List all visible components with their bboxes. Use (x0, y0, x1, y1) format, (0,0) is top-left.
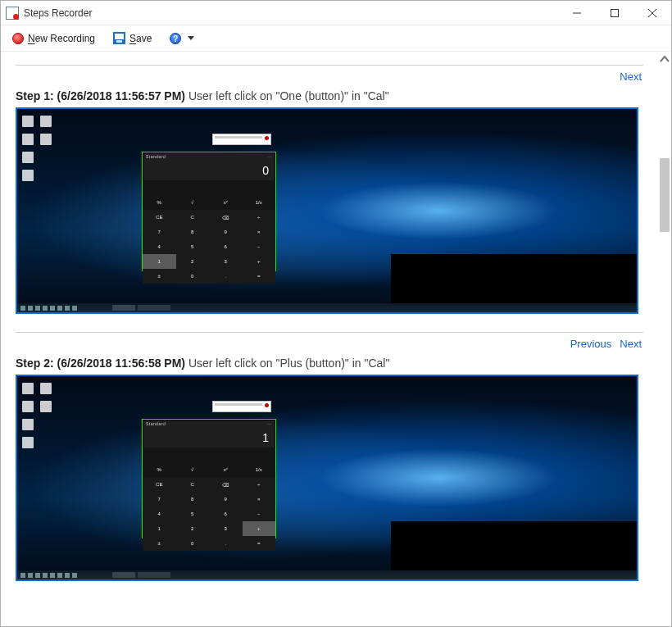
desktop-icon (22, 401, 34, 412)
calc-key: 7 (143, 492, 176, 507)
calc-key: 6 (209, 239, 243, 254)
new-recording-label: New Recording (28, 33, 95, 44)
calc-key: − (243, 507, 276, 521)
calc-key: 4 (143, 239, 176, 254)
screenshot-recorder-widget (212, 134, 271, 145)
close-button[interactable] (633, 1, 671, 25)
titlebar: Steps Recorder (1, 1, 671, 25)
calc-key: ± (143, 269, 176, 284)
calc-key: x² (209, 462, 243, 477)
calc-header: Standard ··· (143, 152, 275, 161)
calc-key: ÷ (243, 477, 276, 492)
calc-key (176, 180, 210, 195)
calc-key: ± (143, 536, 176, 551)
app-window: Steps Recorder New Recording Save ? (0, 0, 672, 627)
calc-key: 1/x (243, 195, 276, 210)
window-title: Steps Recorder (24, 7, 558, 19)
record-icon (12, 33, 24, 44)
desktop-icon (40, 134, 52, 145)
previous-link[interactable]: Previous (570, 338, 612, 350)
calc-keypad: %√x²1/xCEC⌫÷789×456−123+±0.= (143, 180, 275, 284)
calc-mode: Standard (146, 154, 166, 159)
calc-key: . (209, 269, 243, 284)
calc-key: 5 (176, 239, 210, 254)
help-dropdown[interactable]: ? (166, 31, 198, 46)
window-buttons (558, 1, 671, 25)
calc-key: 2 (176, 254, 210, 269)
save-icon (113, 32, 125, 44)
calc-key: ⌫ (209, 477, 243, 492)
calc-key: 1 (143, 254, 176, 269)
calc-header: Standard ··· (143, 420, 275, 428)
document-viewport[interactable]: Next Step 1: (6/26/2018 11:56:57 PM) Use… (1, 52, 658, 626)
desktop-icon (22, 419, 34, 430)
step-heading: Step 2: (6/26/2018 11:56:58 PM) User lef… (16, 357, 643, 370)
calc-key: 3 (209, 254, 243, 269)
app-icon (6, 7, 19, 20)
calc-key: 8 (176, 492, 210, 507)
screenshot-taskbar (17, 570, 637, 579)
calc-mode: Standard (146, 421, 166, 426)
close-icon (648, 9, 656, 17)
calc-display: 0 (143, 161, 275, 180)
desktop-icon (40, 401, 52, 412)
next-link[interactable]: Next (620, 338, 642, 350)
calc-key: = (243, 269, 276, 284)
calc-key: × (243, 225, 276, 239)
calc-key: 9 (209, 225, 243, 239)
screenshot-recorder-widget (212, 401, 271, 412)
help-icon: ? (170, 33, 181, 44)
calc-key (143, 448, 176, 462)
save-button[interactable]: Save (110, 30, 155, 46)
maximize-icon (611, 9, 619, 17)
new-recording-button[interactable]: New Recording (9, 31, 98, 46)
calc-key: + (243, 521, 276, 536)
calc-key: 5 (176, 507, 210, 521)
next-link[interactable]: Next (620, 70, 642, 83)
calc-key: CE (143, 210, 176, 225)
calc-key: 1/x (243, 462, 276, 477)
step-screenshot[interactable]: Standard ··· 0 %√x²1/xCEC⌫÷789×456−123+±… (16, 107, 638, 314)
calc-key (243, 180, 276, 195)
step-screenshot[interactable]: Standard ··· 1 %√x²1/xCEC⌫÷789×456−123+±… (16, 375, 638, 581)
screenshot-taskbar (17, 303, 637, 312)
calc-key: 3 (209, 521, 243, 536)
minimize-button[interactable] (558, 1, 596, 25)
desktop-icon (22, 116, 34, 127)
calc-key: × (243, 492, 276, 507)
screenshot-calculator-window: Standard ··· 0 %√x²1/xCEC⌫÷789×456−123+±… (142, 152, 276, 271)
calc-key: 7 (143, 225, 176, 239)
scroll-thumb[interactable] (660, 158, 670, 232)
calc-key: 0 (176, 269, 210, 284)
calc-header-right: ··· (267, 154, 272, 159)
divider (16, 65, 643, 66)
calc-key: + (243, 254, 276, 269)
step-nav: Previous Next (17, 338, 642, 350)
calc-key: ⌫ (209, 210, 243, 225)
save-label: Save (129, 33, 152, 44)
desktop-icon (22, 134, 34, 145)
calc-key (143, 180, 176, 195)
desktop-icon (40, 116, 52, 127)
scroll-up-arrow-icon[interactable] (658, 55, 671, 63)
maximize-button[interactable] (596, 1, 633, 25)
svg-rect-0 (611, 9, 619, 16)
desktop-icon (22, 170, 34, 181)
calc-key: 1 (143, 521, 176, 536)
step-heading: Step 1: (6/26/2018 11:56:57 PM) User lef… (16, 89, 643, 102)
calc-key: 2 (176, 521, 210, 536)
step-prefix: Step 1: (16, 89, 54, 102)
screenshot-black-region (391, 521, 637, 570)
toolbar: New Recording Save ? (1, 25, 671, 52)
calc-keypad: %√x²1/xCEC⌫÷789×456−123+±0.= (143, 448, 275, 551)
step-description: User left click on "Plus (button)" in "C… (188, 357, 390, 370)
vertical-scrollbar[interactable] (658, 52, 671, 626)
minimize-icon (573, 9, 581, 17)
calc-key (209, 180, 243, 195)
calc-key: 8 (176, 225, 210, 239)
step-description: User left click on "One (button)" in "Ca… (188, 89, 389, 102)
calc-key: % (143, 195, 176, 210)
calc-key: √ (176, 195, 210, 210)
calc-key: C (176, 210, 210, 225)
calc-key: 9 (209, 492, 243, 507)
